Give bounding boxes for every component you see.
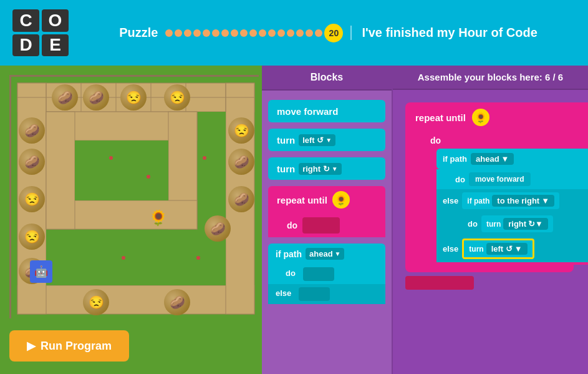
asm-else-2: else turn left ↺ ▼ — [436, 235, 588, 262]
turn-right-block[interactable]: turn right ↻ ▼ — [268, 157, 385, 180]
assemble-panel: Assemble your blocks here: 6 / 6 repeat … — [393, 66, 588, 374]
turn-right-value: right ↻ — [302, 164, 330, 174]
svg-rect-9 — [46, 112, 75, 229]
svg-point-21 — [196, 256, 200, 260]
puzzle-label: Puzzle — [119, 26, 158, 40]
if-path-label: if path — [276, 249, 302, 259]
enemy-3: 😒 — [120, 84, 147, 111]
puzzle-dot-9 — [249, 29, 257, 37]
game-area: 🥔 🥔 😒 😒 🥔 🥔 😒 😒 🥔 😒 🥔 🥔 😒 🥔 — [0, 66, 262, 374]
turn-left-block[interactable]: turn left ↺ ▼ — [268, 129, 385, 151]
logo-c: C — [12, 9, 39, 32]
app-header: C O D E Puzzle 20 I've finished my Hour … — [0, 0, 588, 66]
puzzle-dot-5 — [212, 29, 219, 37]
if-else: else — [268, 284, 385, 304]
asm-ahead-dropdown[interactable]: ahead ▼ — [471, 153, 514, 165]
asm-turn-right-arrow: ↻▼ — [528, 219, 543, 229]
puzzle-dot-6 — [221, 29, 229, 37]
turn-right-dropdown[interactable]: right ↻ ▼ — [299, 163, 341, 175]
puzzle-progress: Puzzle 20 I've finished my Hour of Code — [81, 24, 576, 42]
sunflower-goal: 🌻 — [147, 207, 170, 229]
puzzle-dot-15 — [306, 29, 313, 37]
puzzle-dot-10 — [259, 29, 266, 37]
asm-turn-left-dropdown[interactable]: left ↺ ▼ — [486, 243, 528, 255]
asm-repeat-footer — [405, 265, 574, 272]
asm-right-arrow: ▼ — [541, 196, 549, 205]
puzzle-dot-1 — [175, 29, 182, 37]
if-ahead-value: ahead — [309, 249, 333, 258]
asm-else-1: else if path to the right ▼ — [436, 189, 588, 212]
turn-left-value: left ↺ — [302, 135, 324, 145]
asm-repeat-header: repeat until 🌻 — [405, 102, 588, 132]
asm-right-dropdown[interactable]: to the right ▼ — [492, 195, 554, 207]
asm-turn-right-dropdown[interactable]: right ↻▼ — [503, 218, 548, 230]
asm-move-forward-block: move forward — [469, 172, 531, 186]
puzzle-dot-12 — [277, 29, 285, 37]
asm-do-outer: do if path ahead ▼ do move forward — [405, 132, 588, 265]
asm-turn-left-block: turn left ↺ ▼ — [462, 239, 534, 259]
puzzle-dot-7 — [231, 29, 238, 37]
enemy-14: 🥔 — [164, 289, 190, 315]
asm-turn-right-block: turn right ↻▼ — [481, 215, 553, 232]
asm-if-path-header: if path ahead ▼ — [436, 149, 588, 169]
enemy-13: 😒 — [83, 289, 109, 315]
enemy-11: 🥔 — [228, 149, 254, 175]
enemy-12: 🥔 — [228, 186, 254, 212]
asm-turn-left-value: left ↺ — [491, 244, 513, 253]
asm-turn-left-arrow: ▼ — [514, 244, 523, 253]
asm-do-move: do move forward — [436, 169, 588, 189]
asm-else-label: else — [443, 196, 458, 205]
run-button-label: Run Program — [41, 340, 112, 353]
else-slot — [299, 287, 330, 301]
run-program-button[interactable]: ▶ Run Program — [9, 330, 129, 362]
else-label: else — [276, 288, 291, 298]
maze-svg — [11, 77, 261, 320]
svg-rect-2 — [17, 285, 254, 314]
maze-visual: 🥔 🥔 😒 😒 🥔 🥔 😒 😒 🥔 😒 🥔 🥔 😒 🥔 — [11, 77, 261, 320]
if-ahead-dropdown[interactable]: ahead ▼ — [306, 248, 344, 260]
turn-left-arrow: ▼ — [325, 137, 332, 144]
asm-do-tr-label: do — [468, 219, 478, 229]
if-path-block[interactable]: if path ahead ▼ do else — [268, 244, 385, 304]
logo-o: O — [42, 9, 69, 32]
asm-do-label: do — [430, 135, 441, 145]
puzzle-dot-0 — [165, 29, 173, 37]
puzzle-dot-4 — [203, 29, 210, 37]
if-do-label: do — [286, 268, 296, 278]
puzzle-dot-13 — [287, 29, 294, 37]
asm-turn-left-text: turn — [469, 245, 483, 253]
asm-ahead-arrow: ▼ — [501, 154, 509, 164]
svg-point-22 — [203, 156, 206, 160]
enemy-10: 😒 — [228, 117, 254, 144]
play-icon: ▶ — [27, 339, 36, 353]
repeat-sunflower: 🌻 — [332, 191, 350, 209]
turn-right-arrow: ▼ — [332, 165, 338, 172]
repeat-label: repeat until — [277, 195, 327, 205]
move-forward-block[interactable]: move forward — [268, 100, 385, 122]
enemy-7: 😒 — [19, 186, 45, 212]
asm-do-turn-right: do turn right ↻▼ — [436, 212, 588, 235]
asm-sunflower: 🌻 — [472, 109, 489, 126]
repeat-until-block[interactable]: repeat until 🌻 do — [268, 186, 385, 237]
enemy-8: 😒 — [19, 224, 45, 250]
asm-turn-right-text: turn — [486, 220, 501, 229]
puzzle-dot-8 — [240, 29, 248, 37]
turn-left-text: turn — [277, 135, 295, 145]
svg-rect-10 — [75, 140, 168, 200]
asm-if-path-right-label: if path — [467, 197, 489, 205]
enemy-2: 🥔 — [83, 84, 109, 111]
puzzle-dot-3 — [193, 29, 201, 37]
assemble-content: repeat until 🌻 do if path ahead ▼ — [393, 90, 588, 374]
svg-point-19 — [147, 175, 150, 179]
asm-if-path-label: if path — [443, 154, 467, 164]
move-forward-label: move forward — [277, 106, 338, 117]
code-logo: C O D E — [12, 9, 69, 56]
blocks-list: move forward turn left ↺ ▼ turn right ↻ … — [262, 91, 392, 313]
if-header: if path ahead ▼ — [268, 244, 385, 264]
assemble-panel-header: Assemble your blocks here: 6 / 6 — [393, 66, 588, 90]
svg-point-20 — [122, 256, 125, 260]
asm-bottom-connector — [405, 276, 474, 290]
finished-text: I've finished my Hour of Code — [350, 26, 537, 40]
asm-ahead-value: ahead — [476, 154, 499, 164]
turn-left-dropdown[interactable]: left ↺ ▼ — [299, 134, 335, 146]
